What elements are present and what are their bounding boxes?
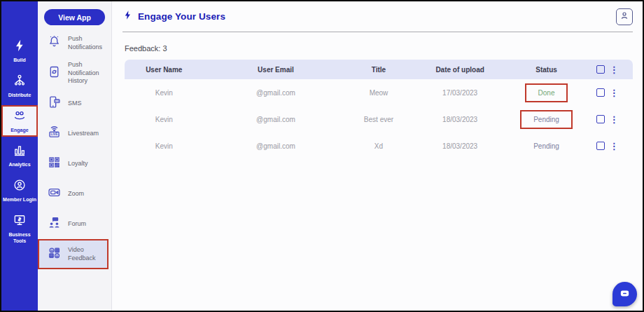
feedback-count: Feedback: 3 <box>125 44 643 53</box>
submenu-item-livestream[interactable]: LIVE Livestream <box>38 118 111 149</box>
sidebar-item-build[interactable]: Build <box>1 35 38 67</box>
member-login-icon <box>13 178 27 195</box>
select-all-checkbox[interactable] <box>596 65 605 74</box>
submenu-item-loyalty[interactable]: Loyalty <box>38 149 111 179</box>
submenu-item-zoom[interactable]: Zoom <box>38 179 111 209</box>
sidebar-item-label: Analytics <box>8 162 30 168</box>
lightning-icon <box>122 10 133 23</box>
sms-icon <box>47 95 62 112</box>
video-feedback-icon <box>47 245 62 263</box>
business-tools-icon <box>13 213 27 230</box>
row-checkbox[interactable] <box>596 142 605 150</box>
status-badge: Pending <box>520 110 573 129</box>
sidebar-item-business-tools[interactable]: Business Tools <box>1 210 38 248</box>
distribute-icon <box>13 74 27 90</box>
view-app-button[interactable]: View App <box>44 9 105 25</box>
submenu-item-label: Zoom <box>68 190 84 198</box>
zoom-camera-icon <box>47 185 62 203</box>
row-checkbox[interactable] <box>596 88 605 97</box>
submenu-item-sms[interactable]: SMS <box>38 88 111 118</box>
column-header-date-of-upload: Date of upload <box>410 66 511 74</box>
submenu-item-push-notification-history[interactable]: Push Notification History <box>38 58 111 88</box>
submenu-item-label: Loyalty <box>68 160 88 168</box>
table-row: Kevin @gmail.com Meow 17/03/2023 Done ⋮ <box>125 79 633 106</box>
svg-text:LIVE: LIVE <box>50 133 57 136</box>
column-header-title: Title <box>348 66 409 74</box>
status-badge: Pending <box>533 142 559 150</box>
bell-icon <box>47 34 62 52</box>
kebab-menu-icon[interactable]: ⋮ <box>610 88 619 97</box>
cell-user-email: @gmail.com <box>204 142 349 150</box>
engage-users-icon <box>13 109 27 126</box>
lightning-icon <box>13 39 27 55</box>
page-header: Engage Your Users <box>122 1 633 32</box>
kebab-menu-icon[interactable]: ⋮ <box>610 65 619 74</box>
chat-launcher-button[interactable] <box>612 282 637 306</box>
sidebar-item-distribute[interactable]: Distribute <box>1 70 38 102</box>
sidebar-item-label: Build <box>13 57 26 64</box>
cell-date-of-upload: 18/03/2023 <box>410 116 511 123</box>
cell-title: Meow <box>348 89 409 97</box>
user-avatar-icon <box>619 10 630 23</box>
page-title: Engage Your Users <box>122 10 225 23</box>
page-title-text: Engage Your Users <box>138 11 225 22</box>
main-content: Engage Your Users Feedback: 3 User Name … <box>113 1 643 311</box>
column-header-status: Status <box>511 66 582 74</box>
notification-history-icon <box>47 65 62 82</box>
table-row: Kevin @gmail.com Best ever 18/03/2023 Pe… <box>125 106 633 133</box>
row-checkbox[interactable] <box>596 115 605 123</box>
cell-user-name: Kevin <box>125 116 204 123</box>
engage-submenu: View App Push Notifications Push Notific… <box>38 1 112 311</box>
submenu-item-label: SMS <box>68 100 82 108</box>
sidebar-item-label: Engage <box>10 128 28 134</box>
submenu-item-video-feedback[interactable]: Video Feedback <box>38 239 108 269</box>
forum-icon <box>47 215 62 233</box>
submenu-item-label: Push Notifications <box>68 35 108 51</box>
cell-date-of-upload: 18/03/2023 <box>410 142 511 150</box>
chat-bubble-icon <box>619 287 631 301</box>
submenu-item-forum[interactable]: Forum <box>38 209 111 239</box>
cell-title: Xd <box>348 142 409 150</box>
sidebar-item-label: Member Login <box>3 197 36 203</box>
cell-user-email: @gmail.com <box>204 89 349 97</box>
kebab-menu-icon[interactable]: ⋮ <box>610 142 619 151</box>
livestream-icon: LIVE <box>47 125 62 142</box>
primary-sidebar: Build Distribute Engage Analytics Member… <box>1 1 38 311</box>
submenu-item-label: Forum <box>68 220 86 229</box>
sidebar-item-label: Distribute <box>8 93 31 99</box>
submenu-item-label: Livestream <box>68 130 99 138</box>
column-header-user-email: User Email <box>204 66 349 74</box>
cell-user-name: Kevin <box>125 142 204 150</box>
user-avatar-button[interactable] <box>616 8 633 25</box>
cell-date-of-upload: 17/03/2023 <box>410 89 511 97</box>
submenu-item-label: Video Feedback <box>68 246 106 262</box>
cell-user-email: @gmail.com <box>204 116 349 123</box>
cell-title: Best ever <box>348 116 409 123</box>
sidebar-item-engage[interactable]: Engage <box>1 105 38 137</box>
submenu-item-label: Push Notification History <box>68 61 108 86</box>
sidebar-item-label: Business Tools <box>2 232 37 245</box>
table-row: Kevin @gmail.com Xd 18/03/2023 Pending ⋮ <box>125 133 633 159</box>
loyalty-icon <box>47 155 62 172</box>
kebab-menu-icon[interactable]: ⋮ <box>610 115 619 124</box>
column-header-user-name: User Name <box>125 66 204 74</box>
cell-user-name: Kevin <box>125 89 204 97</box>
submenu-item-push-notifications[interactable]: Push Notifications <box>38 28 111 58</box>
feedback-table: User Name User Email Title Date of uploa… <box>125 60 633 159</box>
sidebar-item-analytics[interactable]: Analytics <box>1 140 38 172</box>
table-header-row: User Name User Email Title Date of uploa… <box>125 60 633 79</box>
sidebar-item-member-login[interactable]: Member Login <box>1 175 38 207</box>
bar-chart-icon <box>13 143 27 160</box>
status-badge: Done <box>525 83 568 102</box>
